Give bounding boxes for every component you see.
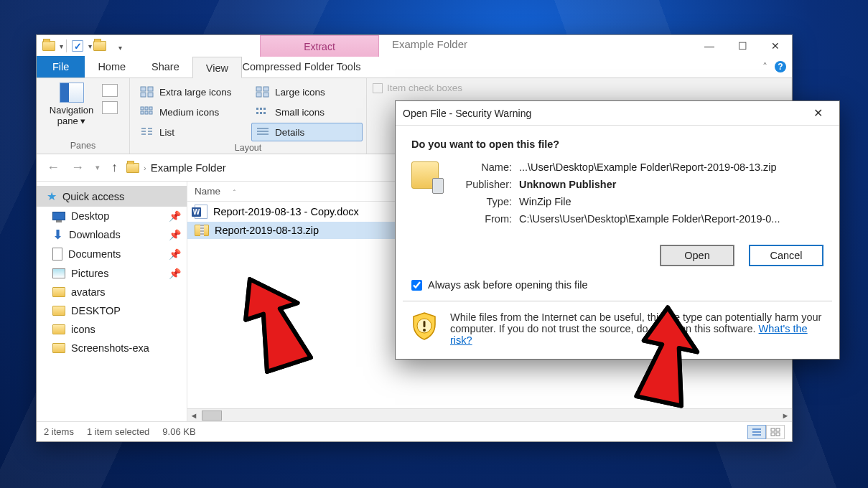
- dialog-close-button[interactable]: ✕: [803, 106, 832, 120]
- nav-downloads[interactable]: ⬇Downloads📌: [37, 225, 187, 244]
- qat-folder-caret-icon[interactable]: ▾: [60, 42, 63, 50]
- checkbox-icon: [373, 83, 383, 93]
- ribbon-collapse-icon[interactable]: ˄: [762, 61, 767, 72]
- scroll-left-icon[interactable]: ◄: [187, 411, 200, 420]
- close-button[interactable]: ✕: [759, 35, 792, 57]
- breadcrumb-folder-icon: [126, 163, 139, 173]
- svg-rect-19: [263, 112, 266, 114]
- nav-screenshots[interactable]: Screenshots-exa: [37, 339, 187, 357]
- nav-up-button[interactable]: ↑: [108, 160, 121, 175]
- qat-customize-caret-icon[interactable]: ▾: [112, 38, 128, 54]
- layout-medium-icons[interactable]: Medium icons: [136, 103, 247, 121]
- nav-documents[interactable]: Documents📌: [37, 244, 187, 264]
- svg-rect-4: [256, 87, 261, 91]
- navigation-pane-button[interactable]: Navigation pane ▾: [45, 81, 98, 128]
- pictures-icon: [52, 268, 65, 278]
- value-from: C:\Users\User\Desktop\Example Folder\Rep…: [519, 213, 780, 225]
- always-ask-checkbox[interactable]: [411, 280, 422, 291]
- layout-list[interactable]: List: [136, 123, 247, 141]
- nav-avatars[interactable]: avatars: [37, 283, 187, 301]
- tiles-icon: [255, 85, 271, 98]
- tab-compressed-tools[interactable]: Compressed Folder Tools: [242, 56, 361, 78]
- qat-new-folder-icon[interactable]: [92, 38, 108, 54]
- nav-icons[interactable]: icons: [37, 320, 187, 339]
- view-large-button[interactable]: [766, 425, 785, 439]
- nav-desktop-label: Desktop: [71, 210, 109, 222]
- svg-rect-9: [145, 107, 148, 110]
- layout-xl-label: Extra large icons: [159, 87, 232, 98]
- nav-desktop[interactable]: Desktop📌: [37, 207, 187, 225]
- download-icon: ⬇: [52, 230, 63, 240]
- dialog-titlebar: Open File - Security Warning ✕: [396, 101, 839, 126]
- layout-details-label: Details: [275, 127, 304, 138]
- svg-rect-2: [141, 93, 146, 97]
- column-name[interactable]: Nameˆ: [187, 182, 374, 201]
- qat-properties-icon[interactable]: ✓: [70, 38, 85, 54]
- layout-small-icons[interactable]: Small icons: [251, 103, 363, 121]
- value-name: ...\User\Desktop\Example Folder\Report-2…: [519, 161, 780, 173]
- desktop-icon: [52, 212, 65, 220]
- word-document-icon: [195, 205, 207, 219]
- maximize-button[interactable]: ☐: [726, 35, 759, 57]
- nav-screenshots-label: Screenshots-exa: [71, 342, 149, 354]
- small-grid-icon: [255, 105, 271, 118]
- nav-quick-access[interactable]: ★ Quick access: [37, 186, 187, 207]
- window-title: Example Folder: [392, 38, 467, 50]
- file-name: Report-2019-08-13 - Copy.docx: [213, 206, 359, 217]
- value-publisher: Unknown Publisher: [519, 179, 780, 190]
- breadcrumb[interactable]: › Example Folder: [126, 161, 226, 174]
- pin-icon: 📌: [169, 210, 181, 222]
- nav-pictures-label: Pictures: [71, 268, 108, 279]
- svg-rect-6: [256, 93, 261, 97]
- scroll-right-icon[interactable]: ►: [779, 411, 792, 420]
- label-publisher: Publisher:: [453, 179, 512, 190]
- layout-s-label: Small icons: [275, 107, 325, 118]
- tab-share[interactable]: Share: [139, 56, 192, 78]
- svg-rect-33: [776, 428, 780, 431]
- column-name-label: Name: [195, 186, 220, 197]
- nav-desktop2[interactable]: DESKTOP: [37, 301, 187, 320]
- help-icon[interactable]: ?: [775, 61, 786, 72]
- layout-extra-large-icons[interactable]: Extra large icons: [136, 83, 247, 101]
- qat-folder-icon[interactable]: [41, 38, 57, 54]
- nav-back-button[interactable]: ←: [44, 160, 62, 175]
- navigation-panel: ★ Quick access Desktop📌 ⬇Downloads📌 Docu…: [37, 182, 187, 421]
- breadcrumb-folder[interactable]: Example Folder: [151, 161, 226, 174]
- grid-icon: [139, 105, 155, 118]
- details-pane-icon[interactable]: [102, 101, 118, 114]
- preview-pane-icon[interactable]: [102, 84, 118, 97]
- always-ask-label: Always ask before opening this file: [428, 279, 587, 291]
- nav-pictures[interactable]: Pictures📌: [37, 264, 187, 283]
- svg-rect-18: [260, 112, 262, 114]
- horizontal-scrollbar[interactable]: ◄ ►: [187, 408, 792, 421]
- tab-file[interactable]: File: [37, 56, 85, 78]
- tab-home[interactable]: Home: [85, 56, 139, 78]
- layout-large-icons[interactable]: Large icons: [251, 83, 363, 101]
- minimize-button[interactable]: —: [693, 35, 726, 57]
- view-details-button[interactable]: [747, 425, 766, 439]
- svg-rect-1: [148, 87, 153, 91]
- nav-forward-button[interactable]: →: [68, 160, 87, 175]
- nav-downloads-label: Downloads: [69, 229, 121, 240]
- open-button[interactable]: Open: [660, 245, 734, 266]
- ribbon-group-panes: Navigation pane ▾ Panes: [37, 78, 130, 154]
- svg-rect-32: [771, 428, 775, 431]
- label-type: Type:: [453, 196, 512, 207]
- layout-l-label: Large icons: [275, 87, 325, 98]
- tiles-icon: [139, 85, 155, 98]
- folder-icon: [52, 343, 65, 353]
- status-bar: 2 items 1 item selected 9.06 KB: [37, 421, 792, 441]
- cancel-button[interactable]: Cancel: [749, 245, 823, 266]
- svg-rect-17: [256, 112, 258, 114]
- svg-rect-34: [771, 433, 775, 436]
- nav-recent-caret-icon[interactable]: ▾: [93, 163, 103, 172]
- layout-details[interactable]: Details: [251, 123, 363, 141]
- tab-view[interactable]: View: [192, 57, 242, 78]
- scroll-thumb[interactable]: [202, 410, 222, 421]
- dialog-warning-text: While files from the Internet can be use…: [450, 311, 823, 346]
- nav-desktop2-label: DESKTOP: [71, 305, 121, 316]
- context-tab-header-label: Extract: [304, 41, 335, 52]
- ribbon-group-layout-label: Layout: [136, 141, 360, 154]
- nav-avatars-label: avatars: [71, 286, 106, 298]
- pin-icon: 📌: [169, 268, 181, 279]
